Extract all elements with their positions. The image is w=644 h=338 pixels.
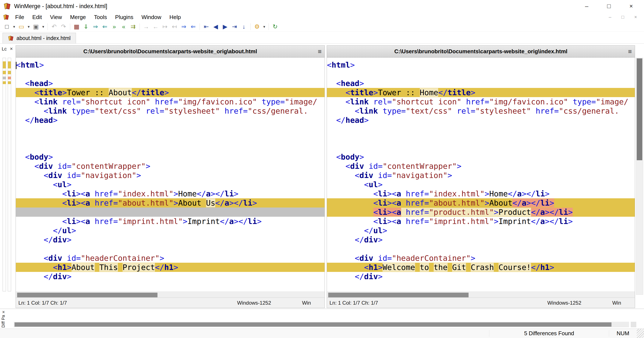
code-line[interactable]: <h1>Welcome to the Git Crash Course!</h1… bbox=[327, 263, 635, 272]
code-line[interactable]: <link rel="shortcut icon" href="img/favi… bbox=[16, 97, 324, 106]
previous-difference-button[interactable]: ◀ bbox=[211, 22, 220, 31]
report-button[interactable]: ▦ bbox=[72, 22, 81, 31]
code-line[interactable]: </div> bbox=[16, 235, 324, 244]
mdi-close-button[interactable]: × bbox=[632, 14, 639, 20]
code-line[interactable]: </ul> bbox=[327, 226, 635, 235]
code-line[interactable]: <head> bbox=[327, 79, 635, 88]
restore-button[interactable]: □ bbox=[598, 0, 620, 12]
diff-pane-close-icon[interactable]: × bbox=[2, 309, 5, 315]
code-line[interactable] bbox=[327, 134, 635, 143]
code-line[interactable]: <title>Tower :: Home</title> bbox=[327, 88, 635, 97]
menu-window[interactable]: Window bbox=[137, 12, 165, 22]
code-line[interactable]: <head> bbox=[16, 79, 324, 88]
diff-location-mark[interactable] bbox=[3, 62, 6, 68]
code-line[interactable] bbox=[16, 208, 324, 217]
code-line[interactable]: <h1>About This Project</h1> bbox=[16, 263, 324, 272]
left-pane-header[interactable]: C:\Users\brunobrito\Documents\carparts-w… bbox=[16, 46, 324, 58]
menu-help[interactable]: Help bbox=[166, 12, 185, 22]
resize-grip[interactable] bbox=[637, 329, 644, 338]
code-line[interactable]: <li><a href="about.html">About Us</a></l… bbox=[16, 198, 324, 208]
menu-tools[interactable]: Tools bbox=[90, 12, 111, 22]
code-line[interactable]: <body> bbox=[327, 152, 635, 162]
code-line[interactable] bbox=[16, 134, 324, 143]
code-line[interactable]: <li><a href="about.html">About</a></li> bbox=[327, 198, 635, 208]
code-line[interactable]: </div> bbox=[327, 235, 635, 244]
code-line[interactable] bbox=[16, 70, 324, 79]
code-line[interactable]: <li><a href="index.html">Home</a></li> bbox=[16, 189, 324, 198]
code-line[interactable]: <div id="contentWrapper"> bbox=[327, 162, 635, 171]
mdi-restore-button[interactable]: □ bbox=[619, 14, 626, 20]
refresh-button[interactable]: ↻ bbox=[270, 22, 280, 31]
vertical-scrollbar[interactable] bbox=[636, 58, 643, 295]
code-line[interactable]: <li><a href="imprint.html">Imprint</a></… bbox=[16, 217, 324, 226]
diff-pane-scrollbar[interactable] bbox=[14, 322, 629, 327]
code-line[interactable] bbox=[16, 244, 324, 254]
location-pane-right-strip[interactable] bbox=[8, 58, 11, 291]
next-file-button[interactable]: → bbox=[142, 22, 151, 31]
code-line[interactable]: </ul> bbox=[16, 226, 324, 235]
current-difference-button[interactable]: ↓ bbox=[239, 22, 248, 31]
save-menu-arrow[interactable]: ▾ bbox=[41, 22, 46, 31]
mdi-minimize-button[interactable]: – bbox=[606, 14, 614, 20]
copy-right-button[interactable]: ⇒ bbox=[91, 22, 100, 31]
scrollbar-thumb[interactable] bbox=[17, 293, 158, 297]
code-line[interactable]: <div id="navigation"> bbox=[327, 171, 635, 180]
scrollbar-thumb[interactable] bbox=[328, 293, 468, 297]
plugins-menu-arrow[interactable]: ▾ bbox=[262, 22, 267, 31]
diff-location-mark[interactable] bbox=[8, 81, 11, 84]
code-line[interactable]: <html> bbox=[16, 60, 324, 70]
code-line[interactable] bbox=[327, 125, 635, 134]
code-line[interactable] bbox=[327, 143, 635, 152]
menu-merge[interactable]: Merge bbox=[66, 12, 90, 22]
diff-location-mark[interactable] bbox=[3, 81, 6, 84]
new-menu-arrow[interactable]: ▾ bbox=[12, 22, 17, 31]
code-line[interactable]: <div id="headerContainer"> bbox=[16, 254, 324, 263]
code-line[interactable] bbox=[16, 143, 324, 152]
copy-left-button[interactable]: ⇐ bbox=[100, 22, 110, 31]
code-line[interactable] bbox=[16, 125, 324, 134]
copy-right-advance-button[interactable]: ⇒ bbox=[179, 22, 188, 31]
code-line[interactable]: </head> bbox=[327, 116, 635, 125]
prev-conflict-button[interactable]: ↤ bbox=[170, 22, 179, 31]
copy-all-right-button[interactable]: » bbox=[110, 22, 119, 31]
copy-all-left-button[interactable]: « bbox=[119, 22, 128, 31]
menu-edit[interactable]: Edit bbox=[28, 12, 46, 22]
open-button[interactable]: ▭ bbox=[17, 22, 26, 31]
prev-file-button[interactable]: ← bbox=[151, 22, 160, 31]
code-line[interactable]: <li><a href="index.html">Home</a></li> bbox=[327, 189, 635, 198]
code-line[interactable]: <div id="contentWrapper"> bbox=[16, 162, 324, 171]
plugins-button[interactable]: ⚙ bbox=[252, 22, 262, 31]
undo-button[interactable]: ↶ bbox=[50, 22, 59, 31]
next-difference-button[interactable]: ▶ bbox=[220, 22, 230, 31]
minimize-button[interactable]: – bbox=[576, 0, 598, 12]
diff-location-mark[interactable] bbox=[8, 76, 11, 79]
code-line[interactable]: <div id="navigation"> bbox=[16, 171, 324, 180]
pane-menu-icon[interactable]: ≡ bbox=[628, 46, 632, 58]
code-line[interactable]: </div> bbox=[327, 272, 635, 281]
new-button[interactable]: □ bbox=[2, 22, 12, 31]
save-button[interactable]: ▣ bbox=[31, 22, 41, 31]
code-line[interactable]: <title>Tower :: About</title> bbox=[16, 88, 324, 97]
horizontal-scrollbar[interactable] bbox=[16, 292, 324, 298]
menu-plugins[interactable]: Plugins bbox=[111, 12, 137, 22]
code-line[interactable]: <html> bbox=[327, 60, 635, 70]
code-line[interactable]: <link type="text/css" rel="stylesheet" h… bbox=[16, 106, 324, 116]
code-line[interactable]: <li><a href="product.html">Product</a></… bbox=[327, 208, 635, 217]
rescan-button[interactable]: ⇓ bbox=[81, 22, 91, 31]
open-menu-arrow[interactable]: ▾ bbox=[26, 22, 31, 31]
diff-location-mark[interactable] bbox=[8, 71, 11, 74]
first-difference-button[interactable]: ⇤ bbox=[202, 22, 211, 31]
code-line[interactable]: </head> bbox=[16, 116, 324, 125]
document-tab[interactable]: about.html - index.html bbox=[2, 33, 76, 44]
code-line[interactable]: <ul> bbox=[327, 180, 635, 189]
scrollbar-thumb[interactable] bbox=[637, 58, 642, 160]
copy-left-advance-button[interactable]: ⇐ bbox=[188, 22, 198, 31]
diff-location-mark[interactable] bbox=[8, 62, 11, 68]
scrollbar-thumb[interactable] bbox=[14, 322, 612, 327]
code-line[interactable]: <body> bbox=[16, 152, 324, 162]
next-conflict-button[interactable]: ↦ bbox=[160, 22, 170, 31]
code-line[interactable] bbox=[327, 70, 635, 79]
code-line[interactable]: <div id="headerContainer"> bbox=[327, 254, 635, 263]
code-line[interactable]: <link rel="shortcut icon" href="img/favi… bbox=[327, 97, 635, 106]
code-line[interactable]: <ul> bbox=[16, 180, 324, 189]
